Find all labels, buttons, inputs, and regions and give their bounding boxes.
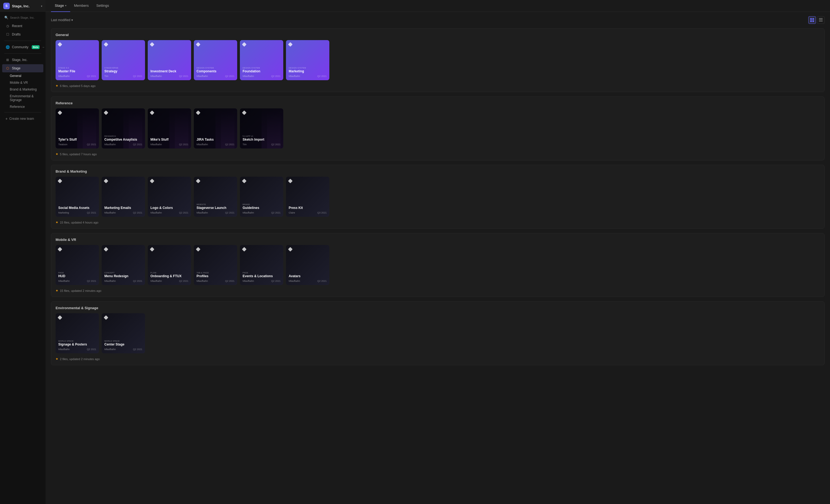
star-icon: ★	[56, 289, 58, 292]
last-modified-button[interactable]: Last modified ▾	[51, 18, 73, 22]
search-icon: 🔍	[4, 16, 8, 20]
community-arrow-icon: →	[42, 45, 45, 49]
card-general-5[interactable]: DESIGN SYSTEM Marketing Mlaufbahn Q2 202…	[286, 40, 329, 80]
tab-members[interactable]: Members	[70, 0, 92, 12]
sidebar-item-recent[interactable]: ◷ Recent	[2, 22, 43, 30]
sidebar-sub-general[interactable]: General	[2, 73, 43, 79]
sidebar-item-drafts-label: Drafts	[12, 33, 21, 36]
sidebar-item-community[interactable]: 🌐 Community Beta →	[2, 43, 43, 51]
divider-3	[4, 112, 41, 112]
section-footer-environmental-signage: ★ 2 files, updated 2 minutes ago	[56, 355, 820, 361]
card-general-2[interactable]: Investment Deck Mlaufbahn Q2 2021	[148, 40, 191, 80]
sidebar-sub-reference-label: Reference	[10, 105, 25, 109]
cards-row-brand-marketing: Social Media Assets Marketing Q2 2021 Ma…	[56, 177, 820, 218]
card-reference-4[interactable]: 5.0 APP UI Sketch Import Tim Q2 2021	[240, 108, 283, 148]
card-brand-marketing-4[interactable]: BRAND Guidelines Mlaufbahn Q2 2021	[240, 177, 283, 217]
card-brand-marketing-3[interactable]: WEBSITE Stageverse Launch Mlaufbahn Q2 2…	[194, 177, 237, 217]
section-title-general: General	[56, 33, 820, 37]
grid-icon: ⊞	[5, 58, 10, 62]
sidebar-sub-mobile-vr-label: Mobile & VR	[10, 81, 28, 85]
grid-view-button[interactable]	[808, 16, 816, 24]
sidebar-item-stage-inc-label: Stage, Inc.	[12, 58, 27, 62]
search-label: Search Stage, Inc.	[10, 16, 35, 19]
svg-rect-4	[819, 18, 823, 19]
cards-row-environmental-signage: WORLD SPACE Signage & Posters Mlaufbahn …	[56, 313, 820, 355]
sidebar-sub-environmental[interactable]: Environmental & Signage	[2, 93, 43, 103]
list-view-button[interactable]	[817, 16, 825, 24]
svg-rect-0	[810, 18, 812, 20]
card-mobile-vr-1[interactable]: CONCEPT Menu Redesign Mlaufbahn Q2 2021	[102, 245, 145, 285]
card-mobile-vr-4[interactable]: PAGE Events & Locations Mlaufbahn Q2 202…	[240, 245, 283, 285]
section-title-reference: Reference	[56, 101, 820, 105]
sidebar-item-drafts[interactable]: ☐ Drafts	[2, 30, 43, 38]
svg-rect-3	[812, 20, 814, 22]
section-footer-brand-marketing: ★ 15 files, updated 4 hours ago	[56, 218, 820, 224]
card-reference-0[interactable]: Tyler's Stuff Twatson Q2 2021	[56, 108, 99, 148]
sidebar-sub-mobile-vr[interactable]: Mobile & VR	[2, 79, 43, 86]
sidebar-sub-brand-marketing[interactable]: Brand & Marketing	[2, 86, 43, 93]
tab-settings[interactable]: Settings	[92, 0, 113, 12]
card-mobile-vr-0[interactable]: PAGE HUD Mlaufbahn Q2 2021	[56, 245, 99, 285]
sidebar-item-stage-inc[interactable]: ⊞ Stage, Inc.	[2, 56, 43, 64]
tab-stage[interactable]: Stage ▾	[51, 0, 70, 12]
card-reference-2[interactable]: Mike's Stuff Mlaufbahn Q2 2021	[148, 108, 191, 148]
tab-settings-label: Settings	[96, 3, 109, 8]
section-footer-mobile-vr: ★ 15 files, updated 2 minutes ago	[56, 286, 820, 292]
section-title-mobile-vr: Mobile & VR	[56, 238, 820, 242]
card-brand-marketing-0[interactable]: Social Media Assets Marketing Q2 2021	[56, 177, 99, 217]
svg-rect-2	[810, 20, 812, 22]
card-brand-marketing-1[interactable]: Marketing Emails Mlaufbahn Q2 2021	[102, 177, 145, 217]
svg-rect-6	[819, 21, 823, 22]
sidebar-sub-environmental-label: Environmental & Signage	[10, 94, 40, 102]
card-mobile-vr-3[interactable]: TAB & PAGE Profiles Mlaufbahn Q2 2021	[194, 245, 237, 285]
create-team-label: Create new team	[9, 117, 34, 121]
sidebar-item-stage[interactable]: ⬡ Stage	[2, 64, 43, 72]
globe-icon: 🌐	[5, 45, 10, 49]
section-footer-general: ★ 6 files, updated 5 days ago	[56, 81, 820, 88]
star-icon: ★	[56, 152, 58, 156]
sidebar: S Stage, Inc. ▾ 🔍 Search Stage, Inc. ◷ R…	[0, 0, 45, 504]
sidebar-item-stage-label: Stage	[12, 66, 20, 70]
section-title-brand-marketing: Brand & Marketing	[56, 169, 820, 173]
search-bar[interactable]: 🔍 Search Stage, Inc.	[1, 13, 44, 22]
cards-row-mobile-vr: PAGE HUD Mlaufbahn Q2 2021 CONCEPT Menu …	[56, 245, 820, 286]
tab-stage-chevron: ▾	[65, 4, 66, 7]
card-general-3[interactable]: DESIGN SYSTEM Components Mlaufbahn Q2 20…	[194, 40, 237, 80]
star-icon: ★	[56, 221, 58, 224]
sidebar-item-recent-label: Recent	[12, 24, 22, 28]
cards-row-general: STAGE 6.0 Master File Mlaufbahn Q2 2021 …	[56, 40, 820, 81]
card-mobile-vr-2[interactable]: FLOW Onboarding & FTUX Mlaufbahn Q2 2021	[148, 245, 191, 285]
card-general-0[interactable]: STAGE 6.0 Master File Mlaufbahn Q2 2021	[56, 40, 99, 80]
grid-icon-2: ⬡	[5, 66, 10, 70]
card-reference-1[interactable]: RESEARCH Competitve Anaylisis Mlaufbahn …	[102, 108, 145, 148]
star-icon: ★	[56, 84, 58, 88]
card-environmental-signage-1[interactable]: WORLD SPACE Center Stage Mlaufbahn Q2 20…	[102, 313, 145, 354]
create-team-button[interactable]: + Create new team	[2, 114, 43, 123]
main-content: Last modified ▾ General	[45, 12, 830, 504]
app-logo: S	[3, 3, 10, 9]
plus-icon: +	[5, 116, 8, 121]
main-content-area: Stage ▾ Members Settings Last modified ▾	[45, 0, 830, 504]
sidebar-sub-general-label: General	[10, 74, 22, 78]
file-icon: ☐	[5, 32, 10, 37]
tab-stage-label: Stage	[55, 3, 64, 8]
card-reference-3[interactable]: JIRA Tasks Mlaufbahn Q2 2021	[194, 108, 237, 148]
card-general-4[interactable]: DESIGN SYSTEM Foundation Mlaufbahn Q2 20…	[240, 40, 283, 80]
card-brand-marketing-5[interactable]: Press Kit Claire Q3 2021	[286, 177, 329, 217]
view-toggle	[808, 16, 825, 24]
card-brand-marketing-2[interactable]: Logo & Colors Mlaufbahn Q2 2021	[148, 177, 191, 217]
main-header: Stage ▾ Members Settings	[45, 0, 830, 12]
card-general-1[interactable]: STAGEVERSE Strategy Tim Q2 2021	[102, 40, 145, 80]
section-mobile-vr: Mobile & VR PAGE HUD Mlaufbahn Q2 2021	[51, 233, 825, 297]
sidebar-sub-reference[interactable]: Reference	[2, 103, 43, 110]
app-chevron-icon: ▾	[41, 5, 42, 8]
app-header[interactable]: S Stage, Inc. ▾	[0, 0, 45, 12]
section-environmental-signage: Environmental & Signage WORLD SPACE Sign…	[51, 301, 825, 365]
last-modified-chevron-icon: ▾	[71, 18, 73, 22]
card-environmental-signage-0[interactable]: WORLD SPACE Signage & Posters Mlaufbahn …	[56, 313, 99, 354]
section-reference: Reference Tyler's Stuff Twatson Q2 2021	[51, 97, 825, 160]
svg-rect-5	[819, 20, 823, 20]
clock-icon: ◷	[5, 24, 10, 28]
card-mobile-vr-5[interactable]: Avatars Mlaufbahn Q2 2021	[286, 245, 329, 285]
cards-row-reference: Tyler's Stuff Twatson Q2 2021 RESEARCH	[56, 108, 820, 149]
